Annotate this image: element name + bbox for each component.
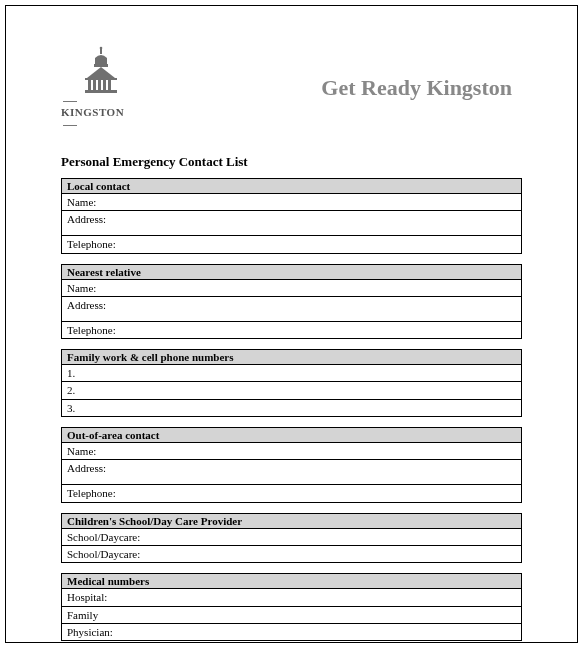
svg-rect-7 xyxy=(103,80,106,90)
header-row: KINGSTON Get Ready Kingston xyxy=(61,46,522,130)
svg-rect-8 xyxy=(108,80,111,90)
svg-rect-3 xyxy=(85,78,117,80)
form-section: Children's School/Day Care ProviderSchoo… xyxy=(61,513,522,564)
form-row: Telephone: xyxy=(62,484,521,501)
svg-rect-9 xyxy=(85,90,117,93)
section-header: Family work & cell phone numbers xyxy=(62,350,521,365)
sections-container: Local contactName:Address:Telephone:Near… xyxy=(61,178,522,641)
form-row: Name: xyxy=(62,194,521,210)
form-section: Nearest relativeName:Address:Telephone: xyxy=(61,264,522,340)
form-row: School/Daycare: xyxy=(62,529,521,545)
svg-point-1 xyxy=(100,47,103,50)
form-section: Local contactName:Address:Telephone: xyxy=(61,178,522,254)
form-section: Family work & cell phone numbers1.2.3. xyxy=(61,349,522,417)
form-row: Family xyxy=(62,606,521,623)
svg-rect-6 xyxy=(98,80,101,90)
svg-rect-2 xyxy=(94,64,108,67)
form-row: Address: xyxy=(62,210,521,235)
form-section: Out-of-area contactName:Address:Telephon… xyxy=(61,427,522,503)
form-row: Physician: xyxy=(62,623,521,640)
form-row: Address: xyxy=(62,296,521,321)
kingston-logo: KINGSTON xyxy=(61,46,141,130)
section-header: Out-of-area contact xyxy=(62,428,521,443)
svg-rect-5 xyxy=(93,80,96,90)
document-page: KINGSTON Get Ready Kingston Personal Eme… xyxy=(5,5,578,643)
form-row: Hospital: xyxy=(62,589,521,605)
form-row: Telephone: xyxy=(62,321,521,338)
form-row: Name: xyxy=(62,443,521,459)
form-row: Telephone: xyxy=(62,235,521,252)
form-row: Address: xyxy=(62,459,521,484)
form-row: Name: xyxy=(62,280,521,296)
section-header: Children's School/Day Care Provider xyxy=(62,514,521,529)
document-title: Personal Emergency Contact List xyxy=(61,154,522,170)
section-header: Local contact xyxy=(62,179,521,194)
logo-text: KINGSTON xyxy=(61,94,141,130)
form-row: 3. xyxy=(62,399,521,416)
form-row: 1. xyxy=(62,365,521,381)
form-section: Medical numbersHospital:FamilyPhysician: xyxy=(61,573,522,641)
kingston-city-hall-icon xyxy=(81,46,121,96)
section-header: Nearest relative xyxy=(62,265,521,280)
header-title: Get Ready Kingston xyxy=(321,75,512,101)
form-row: School/Daycare: xyxy=(62,545,521,562)
svg-rect-4 xyxy=(88,80,91,90)
section-header: Medical numbers xyxy=(62,574,521,589)
form-row: 2. xyxy=(62,381,521,398)
